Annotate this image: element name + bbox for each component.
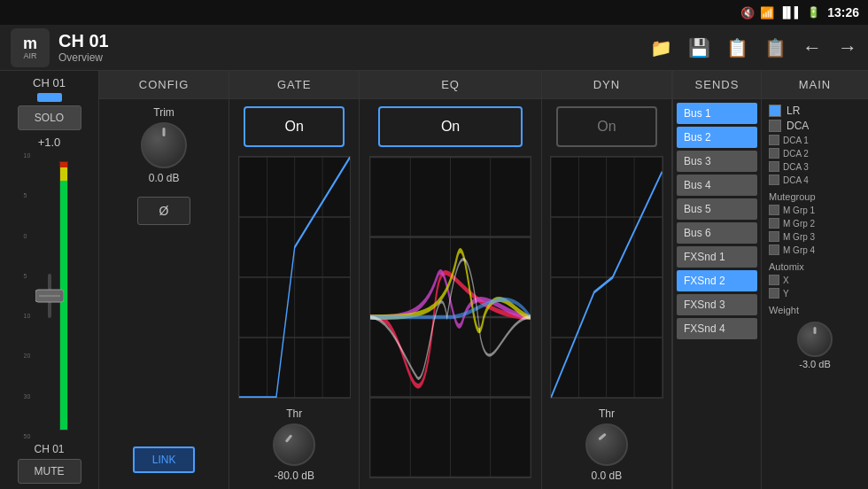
channel-fader-indicator [37,93,62,102]
mgrp4-label: M Grp 4 [783,245,815,255]
dyn-thr-label: Thr [599,408,615,420]
sends-list: Bus 1 Bus 2 Bus 3 Bus 4 Bus 5 Bus 6 FXSn… [673,99,761,489]
mgrp4-checkbox[interactable] [769,244,779,255]
dyn-thr-value: 0.0 dB [592,470,623,482]
gate-panel-header: GATE [229,71,359,99]
trim-knob[interactable] [141,122,187,168]
mgrp2-checkbox[interactable] [769,218,779,229]
gate-panel-body: On [229,99,359,489]
send-fxsnd2[interactable]: FXSnd 2 [677,270,757,291]
gate-on-button[interactable]: On [244,106,345,147]
channel-strip-label: CH 01 [33,76,66,89]
dca1-row: DCA 1 [769,135,861,145]
lr-checkbox[interactable] [769,105,781,117]
y-row: Y [769,288,861,299]
main-body: LR DCA DCA 1 DCA 2 DCA 3 DCA 4 M [762,99,868,489]
sends-panel: SENDS Bus 1 Bus 2 Bus 3 Bus 4 Bus 5 Bus … [673,71,762,489]
send-fxsnd3[interactable]: FXSnd 3 [677,294,757,315]
x-checkbox[interactable] [769,275,779,285]
channel-name: CH 01 [58,31,650,51]
gate-chart [238,156,351,399]
solo-button[interactable]: SOLO [18,105,81,130]
dca4-checkbox[interactable] [769,175,779,185]
dca2-label: DCA 2 [783,149,809,159]
channel-strip: CH 01 SOLO +1.0 1050510203050 [0,71,99,489]
dyn-panel-header: DYN [542,71,671,99]
dca-label: DCA [787,120,809,132]
dca2-checkbox[interactable] [769,148,779,159]
main-header: MAIN [762,71,868,99]
lr-row: LR [769,105,861,117]
send-bus5[interactable]: Bus 5 [677,198,757,220]
mute-button[interactable]: MUTE [18,459,81,484]
dca3-checkbox[interactable] [769,161,779,172]
save-icon[interactable]: 💾 [688,37,710,58]
mgrp3-label: M Grp 3 [783,232,815,242]
mgrp3-checkbox[interactable] [769,231,779,242]
y-label: Y [783,289,789,299]
sends-header: SENDS [673,71,761,99]
send-fxsnd1[interactable]: FXSnd 1 [677,246,757,268]
lr-label: LR [787,105,800,117]
dca4-label: DCA 4 [783,175,809,185]
send-bus3[interactable]: Bus 3 [677,151,757,172]
y-checkbox[interactable] [769,288,779,299]
send-bus4[interactable]: Bus 4 [677,175,757,196]
forward-arrow-icon[interactable]: → [838,36,857,59]
folder-icon[interactable]: 📁 [650,37,672,58]
send-bus6[interactable]: Bus 6 [677,222,757,244]
signal-icon: ▐▌▌ [779,6,802,19]
logo-m: m [23,35,37,51]
automix-section: Automix [769,261,861,272]
weight-value: -3.0 dB [799,359,830,369]
x-row: X [769,275,861,285]
logo-air: AIR [23,51,36,60]
send-bus2[interactable]: Bus 2 [677,127,757,148]
eq-panel-header: EQ [360,71,541,99]
dyn-thr-knob[interactable] [585,423,628,466]
main-area: CH 01 SOLO +1.0 1050510203050 [0,71,868,489]
dyn-on-button[interactable]: On [556,106,657,147]
dca-checkbox[interactable] [769,120,781,132]
fader-value: +1.0 [38,136,61,149]
eq-on-button[interactable]: On [378,106,523,147]
dyn-chart [550,156,663,399]
gate-thr-container: Thr -80.0 dB [273,408,315,482]
gate-thr-value: -80.0 dB [275,470,314,482]
bluetooth-off-icon: 🔇 [740,6,755,19]
trim-knob-container: Trim 0.0 dB [141,106,187,184]
gate-thr-label: Thr [286,408,302,420]
channel-bottom-label: CH 01 [34,443,64,455]
copy-icon[interactable]: 📋 [726,37,748,58]
mgrp4-row: M Grp 4 [769,244,861,255]
send-fxsnd4[interactable]: FXSnd 4 [677,318,757,339]
send-bus1[interactable]: Bus 1 [677,103,757,124]
gate-thr-knob[interactable] [273,423,315,466]
dyn-panel-body: On [542,99,671,489]
status-icons: 🔇 📶 ▐▌▌ 🔋 [740,6,821,19]
fader-knob-area[interactable] [35,274,64,318]
mgrp1-checkbox[interactable] [769,205,779,215]
link-button[interactable]: LINK [133,446,195,473]
channel-sub: Overview [58,51,650,64]
dca1-label: DCA 1 [783,136,809,145]
weight-knob[interactable] [797,322,833,357]
x-label: X [783,276,789,285]
dca2-row: DCA 2 [769,148,861,159]
back-arrow-icon[interactable]: ← [802,36,822,59]
gate-panel: GATE On [229,71,360,489]
mgrp2-row: M Grp 2 [769,218,861,229]
trim-value: 0.0 dB [149,172,180,184]
config-panel-body: Trim 0.0 dB Ø LINK [99,99,229,489]
paste-icon[interactable]: 📋 [764,37,787,58]
wifi-icon: 📶 [760,6,774,19]
phase-button[interactable]: Ø [137,197,190,225]
dca1-checkbox[interactable] [769,135,779,145]
eq-chart [369,156,531,478]
mgrp2-label: M Grp 2 [783,219,815,229]
mutegroup-section: Mutegroup [769,191,861,202]
toolbar: 📁 💾 📋 📋 ← → [650,36,857,59]
channel-title: CH 01 Overview [58,31,650,64]
weight-label: Weight [769,305,861,315]
eq-panel-body: On [360,99,541,489]
